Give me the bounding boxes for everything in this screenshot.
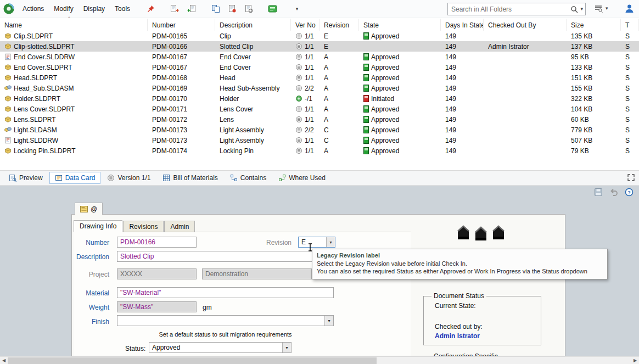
tab-bill-of-materials[interactable]: Bill of Materials: [157, 172, 223, 184]
column-header-size[interactable]: Size: [567, 19, 621, 31]
cell-size: 151 KB: [567, 72, 621, 83]
part-file-icon: [4, 116, 12, 123]
checked-out-label: Checked out by:: [435, 323, 483, 331]
search-input[interactable]: [448, 5, 568, 13]
preview-pane-icon[interactable]: [266, 2, 280, 16]
cell-state: Approved: [359, 145, 441, 156]
state-approved-icon: [363, 137, 369, 144]
card-tab-revisions[interactable]: Revisions: [123, 221, 164, 232]
cell-name: Lens Cover.SLDPRT: [0, 104, 148, 114]
revision-dropdown[interactable]: E ▾: [298, 237, 335, 248]
cell-type: S: [621, 72, 639, 83]
search-results-button[interactable]: ▾: [594, 4, 608, 13]
material-input[interactable]: "SW-Material": [117, 287, 334, 298]
column-header-checked-out-by[interactable]: Checked Out By: [484, 19, 567, 31]
get-latest-icon[interactable]: [209, 2, 223, 16]
cell-ver-no: -/1: [291, 93, 320, 104]
help-icon[interactable]: ?: [625, 188, 634, 197]
cell-description: Holder: [215, 93, 291, 104]
card-tab-admin[interactable]: Admin: [164, 221, 195, 232]
table-row[interactable]: Lens.SLDPRTPDM-00172Lens1/1AApproved1496…: [0, 114, 639, 125]
cell-description: Locking Pin: [215, 145, 291, 156]
cell-description: Clip: [215, 31, 291, 41]
cell-description: Slotted Clip: [215, 41, 291, 52]
column-header-revision[interactable]: Revision: [320, 19, 359, 31]
pin-icon[interactable]: [144, 2, 158, 16]
cell-checked-out-by: [484, 31, 567, 41]
search-scope-caret-icon[interactable]: ▾: [580, 7, 583, 12]
user-icon[interactable]: [624, 3, 635, 14]
cell-description: Lens: [215, 114, 291, 125]
horizontal-scrollbar[interactable]: ◀ ▶: [0, 356, 639, 364]
column-header-days-in-state[interactable]: Days In State: [441, 19, 484, 31]
description-input[interactable]: Slotted Clip: [117, 251, 337, 262]
menu-actions[interactable]: Actions: [18, 4, 49, 14]
version-history-icon: [295, 32, 302, 40]
card-tab[interactable]: @: [75, 203, 103, 215]
get-version-icon[interactable]: [225, 2, 239, 16]
tab-contains[interactable]: Contains: [225, 172, 272, 184]
table-row[interactable]: Head_Sub.SLDASMPDM-00169Head Sub-Assembl…: [0, 83, 639, 93]
table-row[interactable]: Clip-slotted.SLDPRTPDM-00166Slotted Clip…: [0, 41, 639, 52]
cell-number: PDM-00169: [148, 83, 215, 93]
tooltip-title: Legacy Revision label: [317, 252, 603, 259]
cell-description: End Cover: [215, 52, 291, 62]
column-header-t[interactable]: T: [621, 19, 639, 31]
checked-out-value: Admin Istrator: [435, 332, 480, 340]
cell-ver-no: 1/1: [291, 52, 320, 62]
cell-revision: A: [320, 72, 359, 83]
cell-checked-out-by: [484, 72, 567, 83]
table-row[interactable]: Locking Pin.SLDPRTPDM-00174Locking Pin1/…: [0, 145, 639, 156]
check-out-icon[interactable]: [168, 2, 182, 16]
menu-modify[interactable]: Modify: [49, 4, 78, 14]
part-file-icon: [4, 95, 12, 102]
table-row[interactable]: Head.SLDPRTPDM-00168Head1/1AApproved1491…: [0, 72, 639, 83]
table-row[interactable]: Light.SLDDRWPDM-00173Light Assembly1/1CA…: [0, 135, 639, 145]
column-header-number[interactable]: Number: [148, 19, 215, 31]
state-initiated-icon: [363, 95, 369, 102]
status-dropdown[interactable]: Approved ▾: [149, 342, 292, 353]
chevron-down-icon: ▾: [282, 343, 291, 352]
cell-revision: A: [320, 114, 359, 125]
cell-name: Light.SLDDRW: [0, 135, 148, 145]
chevron-down-icon: ▾: [324, 316, 333, 326]
tab-data-card[interactable]: Data Card: [49, 172, 101, 184]
save-icon[interactable]: [594, 188, 603, 197]
part-file-icon: [4, 147, 12, 154]
search-icon[interactable]: [570, 5, 578, 13]
column-header-state[interactable]: State: [359, 19, 441, 31]
history-icon[interactable]: [242, 2, 256, 16]
card-tab-drawing-info[interactable]: Drawing Info: [74, 220, 122, 232]
check-in-icon[interactable]: [184, 2, 199, 16]
cell-revision: A: [320, 145, 359, 156]
whereused-tab-icon: [278, 174, 286, 182]
scroll-right-icon[interactable]: ▶: [631, 357, 639, 364]
number-input[interactable]: PDM-00166: [117, 237, 197, 248]
table-row[interactable]: End Cover.SLDDRWPDM-00167End Cover1/1AAp…: [0, 52, 639, 62]
expand-panel-icon[interactable]: [627, 173, 635, 182]
scroll-left-icon[interactable]: ◀: [0, 357, 8, 364]
table-row[interactable]: Clip.SLDPRTPDM-00165Clip1/1EApproved1491…: [0, 31, 639, 41]
column-header-ver-no[interactable]: Ver No: [291, 19, 320, 31]
table-row[interactable]: Holder.SLDPRTPDM-00170Holder-/1AInitiate…: [0, 93, 639, 104]
table-row[interactable]: Light.SLDASMPDM-00173Light Assembly2/2CA…: [0, 125, 639, 135]
finish-dropdown[interactable]: ▾: [117, 315, 334, 326]
svg-text:?: ?: [627, 190, 631, 195]
table-row[interactable]: Lens Cover.SLDPRTPDM-00171Lens Cover1/1A…: [0, 104, 639, 114]
menu-display[interactable]: Display: [79, 4, 110, 14]
cell-days-in-state: 149: [441, 145, 484, 156]
undo-icon[interactable]: [609, 188, 618, 197]
scrollbar-thumb[interactable]: [8, 357, 377, 364]
state-approved-icon: [363, 147, 369, 154]
cell-state: Approved: [359, 52, 441, 62]
tab-version-1-1[interactable]: Version 1/1: [102, 172, 156, 184]
toolbar-icons: ▾: [143, 2, 305, 16]
tab-where-used[interactable]: Where Used: [273, 172, 331, 184]
column-header-name[interactable]: Name: [0, 19, 148, 31]
cell-revision: C: [320, 135, 359, 145]
tab-preview[interactable]: Preview: [3, 172, 48, 184]
display-caret-icon[interactable]: ▾: [290, 2, 304, 16]
table-row[interactable]: End Cover.SLDPRTPDM-00167End Cover1/1AAp…: [0, 62, 639, 72]
column-header-description[interactable]: Description: [215, 19, 291, 31]
menu-tools[interactable]: Tools: [110, 4, 135, 14]
